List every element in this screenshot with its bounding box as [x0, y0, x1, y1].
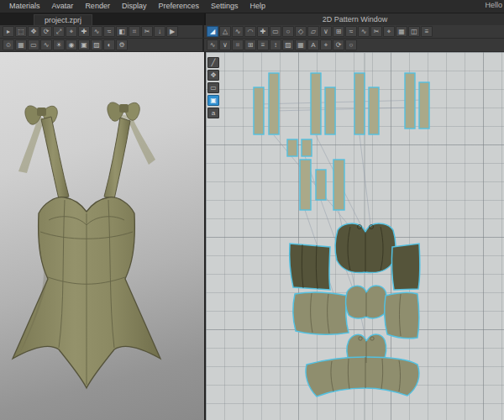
avatar-display-icon[interactable]: ☺ — [3, 39, 14, 50]
sync-3d-icon[interactable]: ⟳ — [333, 39, 344, 50]
pattern-piece-strip[interactable] — [316, 170, 326, 200]
texture-surface-icon[interactable]: ▨ — [282, 39, 294, 50]
menu-settings[interactable]: Settings — [205, 0, 244, 13]
pan-tool-icon[interactable]: ✥ — [207, 70, 219, 81]
edit-curvature-icon[interactable]: ◠ — [244, 26, 256, 37]
tab-bar: project.zprj 2D Pattern Window — [0, 13, 504, 25]
strap-right — [104, 118, 130, 199]
camera-icon[interactable]: ◉ — [66, 39, 77, 50]
pattern-piece-small-strip[interactable] — [302, 139, 312, 156]
rotate-gizmo-icon[interactable]: ⟳ — [40, 26, 52, 37]
pattern-piece-strip[interactable] — [333, 160, 344, 210]
text-annotate-icon[interactable]: a — [207, 108, 219, 118]
pattern-piece-back-right-dark[interactable] — [391, 244, 420, 290]
menu-avatar[interactable]: Avatar — [46, 0, 80, 13]
show-measure-icon[interactable]: ⌖ — [320, 39, 332, 50]
menu-materials[interactable]: Materials — [3, 0, 46, 13]
pattern-piece-strip[interactable] — [369, 87, 379, 134]
bottom-pattern-set — [306, 334, 419, 396]
wind-tool-icon[interactable]: ∿ — [40, 39, 52, 50]
pattern-piece-front-left-light[interactable] — [293, 292, 349, 334]
rectangle-pattern-icon[interactable]: ▭ — [270, 26, 281, 37]
arrangement-icon[interactable]: ▦ — [15, 39, 27, 50]
internal-rect-icon[interactable]: ⊞ — [333, 26, 344, 37]
menu-help[interactable]: Help — [244, 0, 271, 13]
grain-line-icon[interactable]: ↕ — [270, 39, 281, 50]
toolbar-2d-row1: ◢ △ ∿ ◠ ✚ ▭ ○ — [204, 25, 504, 38]
pattern-side-tools: ╱ ✥ ▭ ▣ a — [207, 57, 219, 118]
edit-curve-icon[interactable]: ∿ — [232, 26, 244, 37]
garment-mesh[interactable] — [13, 102, 160, 388]
project-tab[interactable]: project.zprj — [34, 14, 92, 25]
add-point-icon[interactable]: ✚ — [257, 26, 269, 37]
gravity-tool-icon[interactable]: ↓ — [154, 26, 165, 37]
seam-tool-icon[interactable]: ≈ — [103, 26, 115, 37]
pattern-piece-bottom-flare[interactable] — [306, 357, 419, 396]
strap-left — [41, 117, 69, 199]
circle-pattern-icon[interactable]: ○ — [282, 26, 294, 37]
pattern-piece-strip[interactable] — [325, 87, 335, 134]
menu-render[interactable]: Render — [79, 0, 116, 13]
notch-tool-icon[interactable]: ∨ — [320, 26, 332, 37]
user-greeting: Hello — [485, 1, 502, 9]
show-grid-icon[interactable]: ⌗ — [232, 39, 244, 50]
pen-tool-icon[interactable]: ╱ — [207, 57, 219, 68]
show-pattern-name-icon[interactable]: A — [307, 39, 319, 50]
cut-sew-icon[interactable]: ✂ — [370, 26, 382, 37]
toolbar-row-1: ▸ ⬚ ✥ ⟳ ⤢ ⌖ ✚ — [0, 25, 504, 39]
color-display-icon[interactable]: ◐ — [103, 39, 115, 50]
segment-sewing-icon[interactable]: ≈ — [345, 26, 357, 37]
transform-pattern-icon[interactable]: ◢ — [207, 26, 218, 37]
menu-display[interactable]: Display — [116, 0, 153, 13]
reset-2d-view-icon[interactable]: ○ — [345, 39, 357, 50]
measure-tool-icon[interactable]: ⌗ — [129, 26, 140, 37]
pattern-piece-front-right-light[interactable] — [385, 292, 419, 339]
grading-icon[interactable]: ⌖ — [383, 26, 395, 37]
view-box-icon[interactable]: ▭ — [207, 82, 219, 93]
show-notches-icon[interactable]: ∨ — [219, 39, 231, 50]
pattern-piece-strip[interactable] — [405, 73, 415, 129]
tape-tool-icon[interactable]: ▭ — [28, 39, 39, 50]
pattern-window-title: 2D Pattern Window — [204, 13, 504, 25]
snapshot-icon[interactable]: ▣ — [78, 39, 90, 50]
show-baseline-icon[interactable]: ≡ — [257, 39, 269, 50]
texture-display-icon[interactable]: ▨ — [91, 39, 102, 50]
pattern-piece-back-left-dark[interactable] — [290, 244, 330, 290]
pattern-grid-icon[interactable]: ▦ — [396, 26, 407, 37]
dart-tool-icon[interactable]: ◇ — [295, 26, 307, 37]
fold-tool-icon[interactable]: ◧ — [116, 26, 128, 37]
pin-tool-icon[interactable]: ⌖ — [66, 26, 77, 37]
pattern-piece-strip[interactable] — [269, 73, 279, 134]
show-sewing-lines-icon[interactable]: ∿ — [207, 39, 218, 50]
pattern-piece-strip[interactable] — [419, 82, 429, 129]
dark-pattern-set — [290, 223, 420, 290]
scale-gizmo-icon[interactable]: ⤢ — [53, 26, 65, 37]
pattern-piece-small-strip[interactable] — [287, 139, 297, 156]
edit-pattern-icon[interactable]: △ — [219, 26, 231, 37]
pattern-piece-strip[interactable] — [254, 87, 264, 134]
pattern-piece-strip[interactable] — [300, 160, 311, 210]
box-select-icon[interactable]: ⬚ — [15, 26, 27, 37]
snap-grid-icon[interactable]: ⊞ — [244, 39, 256, 50]
main-content: ╱ ✥ ▭ ▣ a — [0, 52, 504, 420]
menu-preferences[interactable]: Preferences — [152, 0, 205, 13]
scissors-tool-icon[interactable]: ✂ — [141, 26, 153, 37]
mesh-surface-icon[interactable]: ▦ — [295, 39, 307, 50]
polygon-tool-icon[interactable]: ▱ — [307, 26, 319, 37]
move-gizmo-icon[interactable]: ✥ — [28, 26, 39, 37]
tack-tool-icon[interactable]: ✚ — [78, 26, 90, 37]
viewport-3d[interactable] — [0, 52, 204, 420]
free-sewing-icon[interactable]: ∿ — [358, 26, 370, 37]
simulate-button-icon[interactable]: ▶ — [166, 26, 178, 37]
select-tool-icon[interactable]: ▸ — [3, 26, 14, 37]
pattern-piece-strip[interactable] — [354, 73, 365, 134]
settings-gear-icon[interactable]: ⚙ — [116, 39, 128, 50]
sewing-tool-icon[interactable]: ∿ — [91, 26, 102, 37]
bow-left-knot — [37, 108, 46, 116]
pattern-window-2d[interactable]: ╱ ✥ ▭ ▣ a — [204, 52, 504, 420]
texture-paint-icon[interactable]: ▣ — [207, 95, 219, 106]
light-settings-icon[interactable]: ☀ — [53, 39, 65, 50]
layer-icon[interactable]: ≡ — [421, 26, 433, 37]
symmetric-pattern-icon[interactable]: ◫ — [408, 26, 420, 37]
pattern-piece-strip[interactable] — [311, 73, 321, 134]
